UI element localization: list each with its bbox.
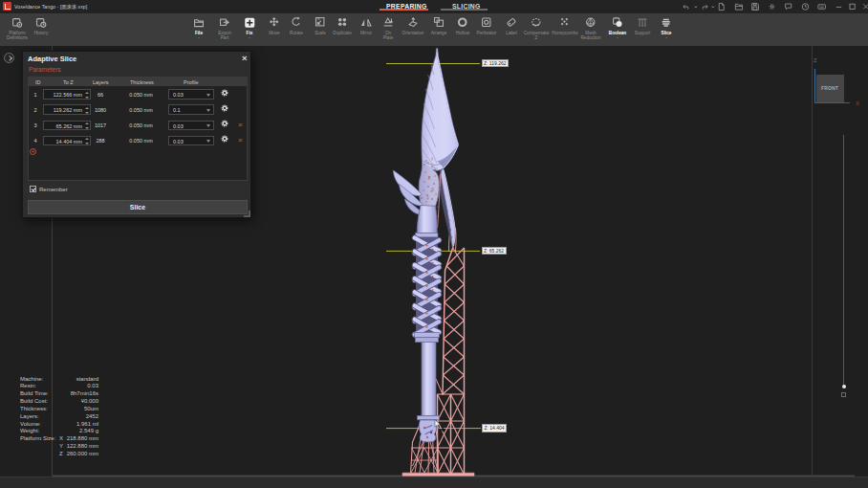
svg-text:Z: Z [814, 57, 817, 63]
svg-text:X: X [856, 100, 859, 106]
